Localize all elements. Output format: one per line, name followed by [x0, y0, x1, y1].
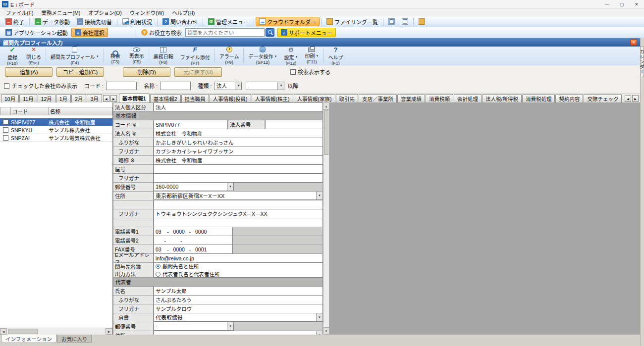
- abbreviation-field[interactable]: 株式会社 令和物産: [154, 156, 323, 165]
- file-attach-button[interactable]: ファイル添付 (F7): [177, 47, 214, 64]
- name-filter-input[interactable]: [160, 82, 191, 90]
- maximize-button[interactable]: ▢: [614, 0, 629, 9]
- name-column-header[interactable]: 名称: [49, 107, 112, 115]
- search-button[interactable]: 検索 (F3): [105, 47, 126, 64]
- representative-zip-combo[interactable]: - ▼: [154, 322, 234, 331]
- tab-month-12[interactable]: 12月: [38, 94, 55, 102]
- delete-button[interactable]: 削除(D): [123, 67, 170, 77]
- tab-month-2[interactable]: 2月: [71, 94, 86, 102]
- tab-month-10[interactable]: 10月: [1, 94, 19, 102]
- content-tabs-scroll-right-icon[interactable]: ▶: [632, 95, 639, 102]
- katakana-field[interactable]: カブシキカイシャレイワブッサン: [154, 147, 323, 156]
- kind-select[interactable]: 法人 ▼: [214, 82, 242, 90]
- roster-option-client[interactable]: 顧問先名と住所: [156, 263, 199, 270]
- menu-options[interactable]: オプション(O): [84, 9, 126, 16]
- company-select-button[interactable]: 会社選択: [71, 28, 108, 37]
- close-button[interactable]: ✕: [629, 0, 644, 9]
- month-tabs-scroll-left-icon[interactable]: ◀: [103, 95, 109, 102]
- undo-button[interactable]: 元に戻す(U): [174, 67, 222, 77]
- data-move-button[interactable]: データ移動: [31, 17, 73, 26]
- only-checked-checkbox[interactable]: [4, 83, 9, 89]
- tab-month-11[interactable]: 11月: [19, 94, 37, 102]
- row-checkbox[interactable]: [3, 119, 8, 125]
- daily-report-button[interactable]: 業務日報 (F8): [150, 47, 177, 64]
- close-doc-button[interactable]: 閉じる (Esc): [23, 47, 45, 64]
- phone2-field[interactable]: - -: [154, 236, 233, 245]
- radio-selected-icon[interactable]: [156, 264, 161, 269]
- app-launch-button[interactable]: アプリケーション起動: [2, 28, 71, 37]
- company-row[interactable]: SNPIV077 株式会社 令和物産: [0, 118, 112, 126]
- corporate-number-field[interactable]: [265, 120, 323, 129]
- menu-window[interactable]: ウィンドウ(W): [126, 9, 168, 16]
- code-filter-input[interactable]: [106, 82, 137, 90]
- address-kana-field[interactable]: トウキョウトシンジュククシンジュクX－X－XX: [154, 209, 323, 218]
- filing-list-button[interactable]: ファイリング一覧: [323, 17, 381, 26]
- tab-staff[interactable]: 担当職員: [181, 94, 209, 102]
- scroll-up-icon[interactable]: ▲: [323, 103, 329, 110]
- minimize-button[interactable]: —: [599, 0, 614, 9]
- menu-business[interactable]: 業務メニュー(M): [37, 9, 84, 16]
- help-button[interactable]: ヘルプ (F1): [324, 47, 346, 64]
- row-checkbox[interactable]: [3, 127, 8, 133]
- search-icon[interactable]: [266, 28, 274, 37]
- hiragana-field[interactable]: かぶしきがいしゃれいわぶっさん: [154, 138, 323, 147]
- refresh-button[interactable]: 再表示 (F5): [126, 47, 148, 64]
- tab-contract[interactable]: 契約内容: [555, 94, 583, 102]
- add-button[interactable]: 追加(A): [5, 67, 53, 77]
- scrollbar-thumb[interactable]: [324, 110, 328, 155]
- radio-unselected-icon[interactable]: [156, 272, 161, 277]
- register-button[interactable]: 登録 (F10): [2, 47, 23, 64]
- month-tabs-scroll-right-icon[interactable]: ▶: [110, 95, 117, 102]
- tab-consumption-tax-processing[interactable]: 消費税処理: [522, 94, 555, 102]
- checkbox-column-header[interactable]: [0, 107, 11, 115]
- tab-branches[interactable]: 支店／事業所: [359, 94, 397, 102]
- menu-help[interactable]: ヘルプ(H): [168, 9, 199, 16]
- help-search-input[interactable]: [185, 28, 265, 37]
- tab-business-partners[interactable]: 取引先: [336, 94, 359, 102]
- menu-file[interactable]: ファイル(F): [2, 9, 37, 16]
- tab-hr-officers[interactable]: 人事情報(役員): [210, 94, 251, 102]
- company-row[interactable]: SNPZAI サンプル電気株式会社: [0, 134, 112, 142]
- representative-title-combo[interactable]: 代表取締役 ▼: [154, 313, 323, 322]
- content-tabs-scroll-left-icon[interactable]: ◀: [625, 95, 631, 102]
- scroll-down-icon[interactable]: ▼: [323, 327, 329, 334]
- tab-favorites[interactable]: お気に入り: [57, 335, 92, 343]
- tab-corporate-income-tax[interactable]: 法人税/所得税: [482, 94, 522, 102]
- kind2-select[interactable]: ▼: [246, 82, 284, 90]
- tile-windows-button[interactable]: [398, 17, 412, 26]
- tab-basic-info-1[interactable]: 基本情報1: [119, 94, 150, 102]
- representative-hiragana-field[interactable]: さんぷるたろう: [154, 296, 323, 304]
- tab-basic-info-2[interactable]: 基本情報2: [150, 94, 181, 102]
- cloud-folder-button[interactable]: クラウドフォルダー: [256, 17, 320, 26]
- settings-button[interactable]: 設定▼ (F12): [280, 47, 301, 64]
- address-line2-field[interactable]: [154, 200, 323, 209]
- scroll-right-icon[interactable]: ▶: [106, 328, 112, 335]
- tab-hr-family[interactable]: 人事情報(家族): [294, 94, 335, 102]
- new-folder-button[interactable]: [415, 17, 429, 26]
- list-horizontal-scrollbar[interactable]: ◀ ▶: [0, 328, 112, 335]
- zip-combo[interactable]: 160-0000 ▼: [154, 183, 234, 192]
- usage-status-button[interactable]: 利用状況: [119, 17, 156, 26]
- tab-accounting[interactable]: 会計処理: [454, 94, 482, 102]
- admin-menu-button[interactable]: 管理メニュー: [205, 17, 252, 26]
- exit-button[interactable]: 終了: [2, 17, 28, 26]
- document-close-button[interactable]: ✕: [630, 39, 637, 46]
- address-combo[interactable]: 東京都新宿区新宿X－X－XX ▼: [154, 192, 323, 200]
- code-field[interactable]: SNPIV077: [154, 120, 228, 129]
- calendar-side-tab[interactable]: カレンダー: [640, 47, 644, 77]
- tab-consumption-tax[interactable]: 消費税類: [426, 94, 453, 102]
- connection-switch-button[interactable]: 接続先切替: [73, 17, 115, 26]
- row-checkbox[interactable]: [3, 135, 8, 141]
- company-row[interactable]: SNPKYU サンプル株式会社: [0, 126, 112, 134]
- roster-option-representative[interactable]: 代表者氏名と代表者住所: [156, 270, 220, 278]
- tab-hr-shareholders[interactable]: 人事情報(株主): [252, 94, 293, 102]
- client-profile-button[interactable]: 顧問先プロフィール▼ (F4): [47, 47, 103, 64]
- corporate-name-field[interactable]: 株式会社 令和物産: [154, 129, 323, 138]
- scrollbar-thumb[interactable]: [8, 329, 38, 334]
- show-search-checkbox[interactable]: [290, 69, 296, 75]
- cascade-windows-button[interactable]: [385, 17, 398, 26]
- address-kana-line2-field[interactable]: [154, 218, 323, 227]
- representative-katakana-field[interactable]: サンプルタロウ: [154, 304, 323, 313]
- tab-information[interactable]: インフォメーション: [1, 335, 56, 343]
- scroll-left-icon[interactable]: ◀: [0, 328, 7, 335]
